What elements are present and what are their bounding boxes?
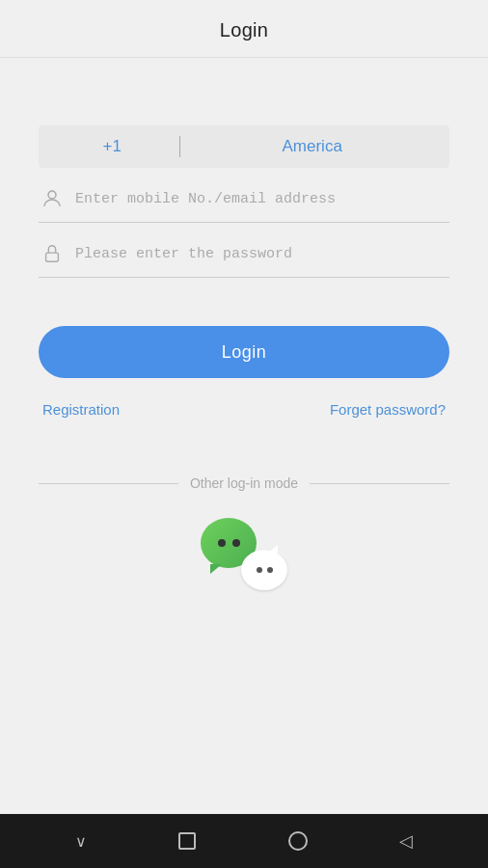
svg-rect-1 bbox=[46, 253, 59, 261]
mobile-input-row bbox=[39, 176, 449, 223]
country-selector[interactable]: +1 America bbox=[39, 125, 449, 168]
login-button[interactable]: Login bbox=[39, 326, 449, 378]
password-input-row bbox=[39, 231, 449, 278]
links-row: Registration Forget password? bbox=[39, 401, 449, 418]
other-login-label: Other log-in mode bbox=[190, 475, 298, 491]
eye-right bbox=[232, 539, 240, 547]
right-divider bbox=[310, 483, 449, 484]
svg-point-0 bbox=[48, 191, 56, 199]
wechat-green-eyes bbox=[218, 539, 240, 547]
lock-icon bbox=[39, 240, 66, 267]
password-input[interactable] bbox=[75, 246, 449, 262]
android-navbar bbox=[0, 814, 488, 868]
home-icon[interactable] bbox=[288, 831, 308, 851]
wechat-white-bubble bbox=[241, 550, 287, 590]
mobile-email-input[interactable] bbox=[75, 191, 449, 207]
wechat-white-eyes bbox=[257, 567, 273, 573]
eye-small-left bbox=[257, 567, 262, 573]
registration-link[interactable]: Registration bbox=[42, 401, 120, 418]
left-divider bbox=[39, 483, 178, 484]
main-content: +1 America Login bbox=[0, 58, 488, 868]
login-screen: Login +1 America bbox=[0, 0, 488, 868]
other-login-section: Other log-in mode bbox=[39, 475, 449, 590]
page-title: Login bbox=[220, 19, 268, 41]
chevron-down-icon[interactable] bbox=[75, 831, 87, 852]
header: Login bbox=[0, 0, 488, 58]
divider bbox=[179, 136, 180, 157]
eye-left bbox=[218, 539, 226, 547]
eye-small-right bbox=[267, 567, 273, 573]
country-code: +1 bbox=[48, 137, 176, 156]
recents-icon[interactable] bbox=[178, 832, 196, 850]
forget-password-link[interactable]: Forget password? bbox=[330, 401, 446, 418]
other-login-divider: Other log-in mode bbox=[39, 475, 449, 491]
back-icon[interactable] bbox=[399, 830, 413, 852]
wechat-login-button[interactable] bbox=[201, 518, 287, 590]
person-icon bbox=[39, 185, 66, 212]
country-name: America bbox=[184, 137, 440, 156]
